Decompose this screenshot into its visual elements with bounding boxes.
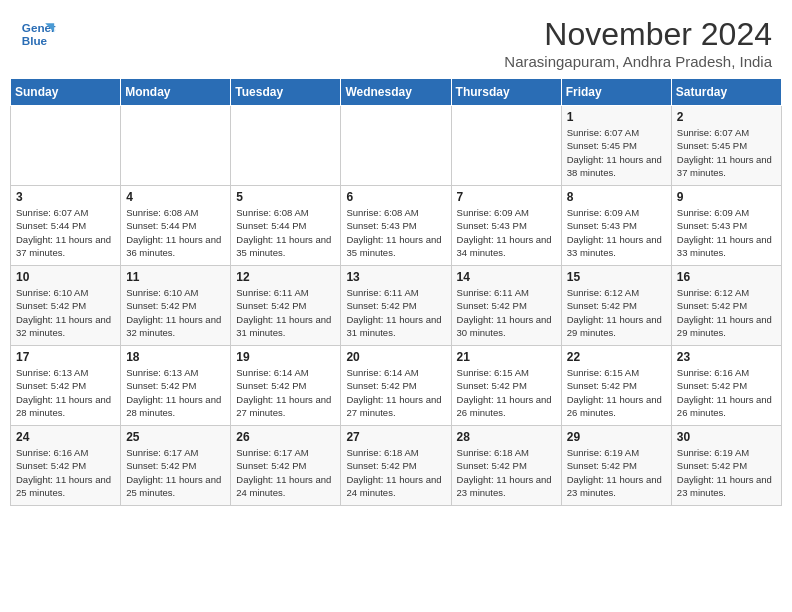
calendar-cell: 19Sunrise: 6:14 AM Sunset: 5:42 PM Dayli… [231, 346, 341, 426]
calendar-cell [11, 106, 121, 186]
day-number: 9 [677, 190, 776, 204]
day-number: 23 [677, 350, 776, 364]
day-detail: Sunrise: 6:14 AM Sunset: 5:42 PM Dayligh… [236, 366, 335, 419]
calendar-cell: 8Sunrise: 6:09 AM Sunset: 5:43 PM Daylig… [561, 186, 671, 266]
weekday-header-row: SundayMondayTuesdayWednesdayThursdayFrid… [11, 79, 782, 106]
day-detail: Sunrise: 6:18 AM Sunset: 5:42 PM Dayligh… [346, 446, 445, 499]
day-number: 5 [236, 190, 335, 204]
calendar-wrapper: SundayMondayTuesdayWednesdayThursdayFrid… [0, 78, 792, 516]
day-detail: Sunrise: 6:10 AM Sunset: 5:42 PM Dayligh… [126, 286, 225, 339]
weekday-header-sunday: Sunday [11, 79, 121, 106]
calendar-cell: 1Sunrise: 6:07 AM Sunset: 5:45 PM Daylig… [561, 106, 671, 186]
day-detail: Sunrise: 6:09 AM Sunset: 5:43 PM Dayligh… [567, 206, 666, 259]
calendar-cell: 2Sunrise: 6:07 AM Sunset: 5:45 PM Daylig… [671, 106, 781, 186]
calendar-cell: 6Sunrise: 6:08 AM Sunset: 5:43 PM Daylig… [341, 186, 451, 266]
calendar-cell: 10Sunrise: 6:10 AM Sunset: 5:42 PM Dayli… [11, 266, 121, 346]
month-title: November 2024 [504, 16, 772, 53]
day-number: 29 [567, 430, 666, 444]
svg-text:Blue: Blue [22, 34, 48, 47]
calendar-cell [121, 106, 231, 186]
day-detail: Sunrise: 6:10 AM Sunset: 5:42 PM Dayligh… [16, 286, 115, 339]
logo: General Blue [20, 16, 56, 52]
calendar-cell: 16Sunrise: 6:12 AM Sunset: 5:42 PM Dayli… [671, 266, 781, 346]
day-detail: Sunrise: 6:15 AM Sunset: 5:42 PM Dayligh… [457, 366, 556, 419]
calendar-cell: 20Sunrise: 6:14 AM Sunset: 5:42 PM Dayli… [341, 346, 451, 426]
day-detail: Sunrise: 6:19 AM Sunset: 5:42 PM Dayligh… [677, 446, 776, 499]
day-detail: Sunrise: 6:12 AM Sunset: 5:42 PM Dayligh… [677, 286, 776, 339]
calendar-cell: 26Sunrise: 6:17 AM Sunset: 5:42 PM Dayli… [231, 426, 341, 506]
calendar-week-row: 24Sunrise: 6:16 AM Sunset: 5:42 PM Dayli… [11, 426, 782, 506]
day-number: 22 [567, 350, 666, 364]
day-number: 6 [346, 190, 445, 204]
day-detail: Sunrise: 6:15 AM Sunset: 5:42 PM Dayligh… [567, 366, 666, 419]
calendar-cell: 17Sunrise: 6:13 AM Sunset: 5:42 PM Dayli… [11, 346, 121, 426]
day-detail: Sunrise: 6:11 AM Sunset: 5:42 PM Dayligh… [236, 286, 335, 339]
calendar-cell: 24Sunrise: 6:16 AM Sunset: 5:42 PM Dayli… [11, 426, 121, 506]
day-detail: Sunrise: 6:07 AM Sunset: 5:44 PM Dayligh… [16, 206, 115, 259]
calendar-cell: 25Sunrise: 6:17 AM Sunset: 5:42 PM Dayli… [121, 426, 231, 506]
calendar-cell: 13Sunrise: 6:11 AM Sunset: 5:42 PM Dayli… [341, 266, 451, 346]
calendar-cell: 15Sunrise: 6:12 AM Sunset: 5:42 PM Dayli… [561, 266, 671, 346]
calendar-cell [231, 106, 341, 186]
calendar-cell [451, 106, 561, 186]
day-number: 12 [236, 270, 335, 284]
calendar-week-row: 3Sunrise: 6:07 AM Sunset: 5:44 PM Daylig… [11, 186, 782, 266]
day-number: 14 [457, 270, 556, 284]
calendar-cell: 30Sunrise: 6:19 AM Sunset: 5:42 PM Dayli… [671, 426, 781, 506]
weekday-header-tuesday: Tuesday [231, 79, 341, 106]
calendar-cell: 12Sunrise: 6:11 AM Sunset: 5:42 PM Dayli… [231, 266, 341, 346]
day-number: 28 [457, 430, 556, 444]
calendar-cell: 28Sunrise: 6:18 AM Sunset: 5:42 PM Dayli… [451, 426, 561, 506]
calendar-cell: 5Sunrise: 6:08 AM Sunset: 5:44 PM Daylig… [231, 186, 341, 266]
calendar-cell: 18Sunrise: 6:13 AM Sunset: 5:42 PM Dayli… [121, 346, 231, 426]
day-number: 8 [567, 190, 666, 204]
weekday-header-saturday: Saturday [671, 79, 781, 106]
day-number: 24 [16, 430, 115, 444]
calendar-week-row: 1Sunrise: 6:07 AM Sunset: 5:45 PM Daylig… [11, 106, 782, 186]
day-detail: Sunrise: 6:12 AM Sunset: 5:42 PM Dayligh… [567, 286, 666, 339]
day-detail: Sunrise: 6:19 AM Sunset: 5:42 PM Dayligh… [567, 446, 666, 499]
day-number: 17 [16, 350, 115, 364]
day-detail: Sunrise: 6:13 AM Sunset: 5:42 PM Dayligh… [126, 366, 225, 419]
day-number: 2 [677, 110, 776, 124]
day-number: 26 [236, 430, 335, 444]
day-number: 7 [457, 190, 556, 204]
calendar-cell: 21Sunrise: 6:15 AM Sunset: 5:42 PM Dayli… [451, 346, 561, 426]
calendar-cell: 4Sunrise: 6:08 AM Sunset: 5:44 PM Daylig… [121, 186, 231, 266]
calendar-cell: 14Sunrise: 6:11 AM Sunset: 5:42 PM Dayli… [451, 266, 561, 346]
calendar-cell: 29Sunrise: 6:19 AM Sunset: 5:42 PM Dayli… [561, 426, 671, 506]
day-detail: Sunrise: 6:17 AM Sunset: 5:42 PM Dayligh… [236, 446, 335, 499]
day-detail: Sunrise: 6:09 AM Sunset: 5:43 PM Dayligh… [677, 206, 776, 259]
location-title: Narasingapuram, Andhra Pradesh, India [504, 53, 772, 70]
calendar-cell: 22Sunrise: 6:15 AM Sunset: 5:42 PM Dayli… [561, 346, 671, 426]
calendar-cell: 23Sunrise: 6:16 AM Sunset: 5:42 PM Dayli… [671, 346, 781, 426]
day-number: 19 [236, 350, 335, 364]
day-number: 25 [126, 430, 225, 444]
calendar-cell: 9Sunrise: 6:09 AM Sunset: 5:43 PM Daylig… [671, 186, 781, 266]
day-detail: Sunrise: 6:16 AM Sunset: 5:42 PM Dayligh… [677, 366, 776, 419]
calendar-header: SundayMondayTuesdayWednesdayThursdayFrid… [11, 79, 782, 106]
day-detail: Sunrise: 6:11 AM Sunset: 5:42 PM Dayligh… [346, 286, 445, 339]
weekday-header-wednesday: Wednesday [341, 79, 451, 106]
day-number: 18 [126, 350, 225, 364]
weekday-header-monday: Monday [121, 79, 231, 106]
day-detail: Sunrise: 6:08 AM Sunset: 5:44 PM Dayligh… [126, 206, 225, 259]
calendar-body: 1Sunrise: 6:07 AM Sunset: 5:45 PM Daylig… [11, 106, 782, 506]
calendar-cell: 3Sunrise: 6:07 AM Sunset: 5:44 PM Daylig… [11, 186, 121, 266]
day-number: 10 [16, 270, 115, 284]
day-detail: Sunrise: 6:08 AM Sunset: 5:44 PM Dayligh… [236, 206, 335, 259]
day-number: 4 [126, 190, 225, 204]
day-detail: Sunrise: 6:11 AM Sunset: 5:42 PM Dayligh… [457, 286, 556, 339]
calendar-table: SundayMondayTuesdayWednesdayThursdayFrid… [10, 78, 782, 506]
weekday-header-friday: Friday [561, 79, 671, 106]
day-number: 3 [16, 190, 115, 204]
weekday-header-thursday: Thursday [451, 79, 561, 106]
day-detail: Sunrise: 6:18 AM Sunset: 5:42 PM Dayligh… [457, 446, 556, 499]
calendar-cell: 11Sunrise: 6:10 AM Sunset: 5:42 PM Dayli… [121, 266, 231, 346]
day-detail: Sunrise: 6:07 AM Sunset: 5:45 PM Dayligh… [567, 126, 666, 179]
calendar-cell: 7Sunrise: 6:09 AM Sunset: 5:43 PM Daylig… [451, 186, 561, 266]
calendar-week-row: 10Sunrise: 6:10 AM Sunset: 5:42 PM Dayli… [11, 266, 782, 346]
logo-icon: General Blue [20, 16, 56, 52]
calendar-week-row: 17Sunrise: 6:13 AM Sunset: 5:42 PM Dayli… [11, 346, 782, 426]
page-header: General Blue November 2024 Narasingapura… [0, 0, 792, 78]
